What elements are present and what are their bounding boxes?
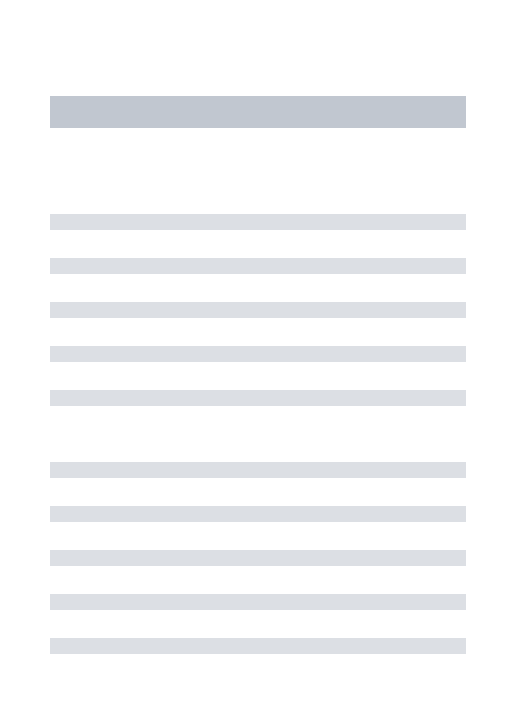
skeleton-text-line [50, 506, 466, 522]
skeleton-text-line [50, 214, 466, 230]
skeleton-text-line [50, 302, 466, 318]
skeleton-text-line [50, 258, 466, 274]
skeleton-text-line [50, 346, 466, 362]
skeleton-text-line [50, 638, 466, 654]
skeleton-text-line [50, 594, 466, 610]
paragraph-gap [50, 434, 466, 462]
skeleton-text-line [50, 550, 466, 566]
skeleton-text-line [50, 462, 466, 478]
skeleton-title [50, 96, 466, 128]
skeleton-text-line [50, 390, 466, 406]
